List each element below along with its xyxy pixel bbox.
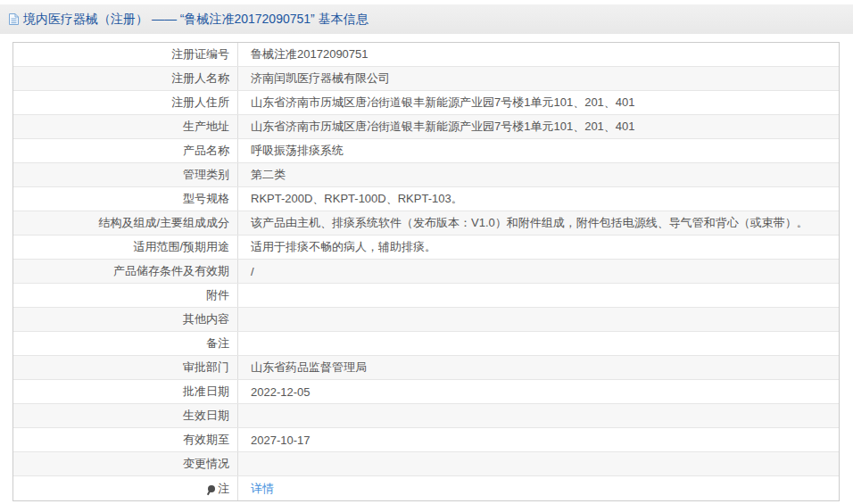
- row-value: 第二类: [238, 167, 839, 183]
- details-link[interactable]: 详情: [251, 482, 274, 495]
- table-row: 注册证编号鲁械注准20172090751: [13, 43, 839, 67]
- row-label: 产品储存条件及有效期: [13, 260, 238, 283]
- table-row: 注册人住所山东省济南市历城区唐冶街道银丰新能源产业园7号楼1单元101、201、…: [13, 91, 839, 115]
- row-label: 结构及组成/主要组成成分: [13, 211, 238, 235]
- table-row: 产品储存条件及有效期/: [13, 260, 839, 284]
- table-row: 结构及组成/主要组成成分该产品由主机、排痰系统软件（发布版本：V1.0）和附件组…: [13, 211, 839, 235]
- row-value: 2022-12-05: [238, 385, 839, 399]
- row-label: 注册人名称: [13, 67, 238, 90]
- row-label: 注: [13, 476, 238, 500]
- table-row: 变更情况: [13, 452, 839, 476]
- table-row: 附件: [13, 284, 839, 308]
- table-row: 批准日期2022-12-05: [13, 380, 839, 404]
- row-value: 适用于排痰不畅的病人，辅助排痰。: [238, 239, 839, 255]
- table-row: 备注: [13, 332, 839, 356]
- row-label: 审批部门: [13, 356, 238, 379]
- row-value: 山东省药品监督管理局: [238, 359, 839, 376]
- row-label: 生产地址: [13, 115, 238, 138]
- page-title: 境内医疗器械（注册） —— “鲁械注准20172090751” 基本信息: [23, 12, 369, 28]
- table-row: 型号规格RKPT-200D、RKPT-100D、RKPT-103。: [13, 187, 839, 211]
- row-value: 山东省济南市历城区唐冶街道银丰新能源产业园7号楼1单元101、201、401: [238, 119, 839, 135]
- row-value: 鲁械注准20172090751: [238, 46, 839, 62]
- row-value: 呼吸振荡排痰系统: [238, 143, 839, 159]
- row-value: 2027-10-17: [238, 434, 839, 447]
- info-table: 注册证编号鲁械注准20172090751注册人名称济南闰凯医疗器械有限公司注册人…: [12, 42, 840, 501]
- row-label: 适用范围/预期用途: [13, 235, 238, 259]
- row-label: 生效日期: [13, 404, 238, 427]
- table-row: 生效日期: [13, 404, 839, 428]
- row-value: 济南闰凯医疗器械有限公司: [238, 70, 839, 87]
- row-value: RKPT-200D、RKPT-100D、RKPT-103。: [238, 191, 839, 207]
- table-row: 管理类别第二类: [13, 163, 839, 187]
- row-label: 注册人住所: [13, 91, 238, 114]
- row-value: /: [238, 265, 839, 278]
- table-row: 其他内容: [13, 308, 839, 332]
- row-label: 产品名称: [13, 139, 238, 162]
- row-label: 附件: [13, 284, 238, 307]
- table-row: 生产地址山东省济南市历城区唐冶街道银丰新能源产业园7号楼1单元101、201、4…: [13, 115, 839, 139]
- table-row: 注详情: [13, 476, 839, 500]
- document-icon: [8, 12, 20, 26]
- row-label: 型号规格: [13, 187, 238, 211]
- row-label: 备注: [13, 332, 238, 355]
- row-label: 有效期至: [13, 428, 238, 451]
- row-value: 详情: [238, 481, 839, 497]
- table-row: 产品名称呼吸振荡排痰系统: [13, 139, 839, 163]
- table-row: 有效期至2027-10-17: [13, 428, 839, 452]
- row-label: 变更情况: [13, 452, 238, 475]
- row-label: 管理类别: [13, 163, 238, 186]
- pin-icon: [208, 485, 215, 492]
- row-label: 注册证编号: [13, 43, 238, 66]
- row-label: 其他内容: [13, 308, 238, 331]
- page-header: 境内医疗器械（注册） —— “鲁械注准20172090751” 基本信息: [0, 4, 853, 34]
- table-row: 注册人名称济南闰凯医疗器械有限公司: [13, 67, 839, 91]
- table-row: 适用范围/预期用途适用于排痰不畅的病人，辅助排痰。: [13, 235, 839, 260]
- row-value: 该产品由主机、排痰系统软件（发布版本：V1.0）和附件组成，附件包括电源线、导气…: [238, 215, 839, 231]
- row-label: 批准日期: [13, 380, 238, 403]
- table-row: 审批部门山东省药品监督管理局: [13, 356, 839, 380]
- row-value: 山东省济南市历城区唐冶街道银丰新能源产业园7号楼1单元101、201、401: [238, 95, 839, 111]
- page: 境内医疗器械（注册） —— “鲁械注准20172090751” 基本信息 注册证…: [0, 0, 853, 504]
